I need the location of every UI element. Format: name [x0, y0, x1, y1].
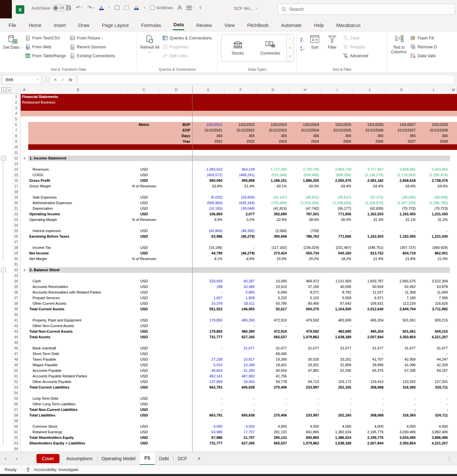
cell-E60[interactable]: 4,000 [193, 424, 222, 429]
cell-L62[interactable]: 3,896,496 [418, 435, 448, 440]
row-label-36[interactable]: Accounts Receivables with Related Partie… [33, 290, 128, 295]
row-unit-29[interactable]: USD [128, 250, 160, 256]
row-label-37[interactable]: Prepaid Services [33, 295, 128, 301]
cell-I50[interactable]: 52,256 [321, 368, 351, 373]
cell-F29[interactable]: (46,279) [225, 250, 255, 256]
cell-G29[interactable]: 273,424 [257, 250, 287, 256]
cell-L30[interactable]: 21.9% [418, 256, 448, 262]
row-header-31[interactable]: 31 [12, 262, 21, 267]
cell-I56[interactable]: - [321, 401, 351, 407]
cell-I22[interactable]: 771,656 [321, 211, 351, 217]
menu-tab-review[interactable]: Review [195, 21, 213, 30]
cell-L35[interactable]: 53,878 [418, 284, 448, 290]
row-header-6[interactable]: 6 [12, 122, 21, 128]
cell-K37[interactable]: 7,180 [386, 295, 416, 301]
cell-I38[interactable]: 87,642 [321, 301, 351, 306]
period-cell[interactable]: 366 [418, 133, 448, 139]
period-cell[interactable]: 1/01/2028 [418, 122, 448, 128]
cell-L15[interactable]: (1,205,474) [418, 172, 448, 178]
period-cell[interactable]: 1/01/2027 [386, 122, 416, 128]
cell-J20[interactable]: (1,318,670) [354, 200, 383, 206]
row-header-42[interactable]: 42 [12, 323, 21, 329]
row-unit-46[interactable]: USD [128, 345, 160, 351]
refresh-all-button[interactable]: Refresh All ∨ [139, 33, 160, 55]
cell-K50[interactable]: 67,336 [386, 368, 416, 373]
row-header-15[interactable]: 15 [12, 172, 21, 178]
cell-J34[interactable]: 1,833,787 [354, 278, 383, 284]
period-cell[interactable]: 1/01/2021 [193, 122, 222, 128]
row-header-24[interactable]: 24 [12, 223, 21, 228]
cell-I44[interactable]: 1,638,189 [321, 334, 351, 340]
row-unit-57[interactable]: USD [128, 407, 160, 413]
cell-E21[interactable]: (10,195) [193, 206, 222, 211]
cell-K30[interactable]: 21.8% [386, 256, 416, 262]
cell-F38[interactable]: 28,511 [225, 301, 255, 306]
cell-J52[interactable]: 129,410 [354, 379, 383, 385]
cell-K15[interactable]: (1,170,363) [386, 172, 416, 178]
cell-K38[interactable]: 113,229 [386, 301, 416, 306]
cell-G57[interactable]: - [257, 407, 287, 413]
menu-tab-help[interactable]: Help [313, 21, 325, 30]
cell-K21[interactable]: (70,723) [386, 206, 416, 211]
row-unit-43[interactable]: USD [128, 329, 160, 334]
cell-H57[interactable]: - [289, 407, 319, 413]
period-cell[interactable]: 2022 [225, 139, 255, 144]
cell-F56[interactable]: - [225, 401, 255, 407]
sheet-tab-dcf[interactable]: DCF [173, 453, 192, 464]
row-label-48[interactable]: Taxes Payable [33, 357, 128, 362]
cell-J25[interactable]: - [354, 228, 383, 234]
cell-K51[interactable]: - [386, 373, 416, 379]
sheet-nav-prev-icon[interactable]: ‹ [0, 455, 11, 462]
cell-F61[interactable]: 17,707 [225, 429, 255, 435]
row-unit-44[interactable]: USD [128, 334, 160, 340]
period-cell[interactable]: 365 [321, 133, 351, 139]
autosave-toggle[interactable]: AutoSave Off [32, 5, 69, 11]
sheet-tab-debt[interactable]: Debt [155, 453, 173, 464]
cell-L17[interactable]: 69.4% [418, 183, 448, 189]
cell-E49[interactable]: 5,910 [193, 362, 222, 368]
row-label-60[interactable]: Common Stock [33, 424, 128, 429]
cell-E26[interactable]: 63,986 [193, 234, 222, 239]
period-cell[interactable]: 365 [354, 133, 383, 139]
cell-G35[interactable]: 23,523 [257, 284, 287, 290]
cell-E22[interactable]: 106,850 [193, 211, 222, 217]
sheet-tab-operating-model[interactable]: Operating Model [97, 453, 140, 464]
name-box[interactable]: B66 ∨ [3, 75, 41, 84]
cell-J29[interactable]: 813,752 [354, 250, 383, 256]
column-header-E[interactable]: E [193, 86, 225, 94]
cell-H34[interactable]: 469,472 [289, 278, 319, 284]
row-header-28[interactable]: 28 [12, 245, 21, 250]
border-draw-icon[interactable] [124, 6, 129, 10]
cell-I57[interactable]: - [321, 407, 351, 413]
cell-E36[interactable]: - [193, 290, 222, 295]
cell-H43[interactable]: 479,592 [289, 329, 319, 334]
row-label-16[interactable]: Gross Profit [29, 178, 128, 183]
period-cell[interactable]: 1/01/2022 [225, 122, 255, 128]
row-label-57[interactable]: Total Non-Current Liabilities [29, 407, 128, 413]
period-cell[interactable]: 31/12/2027 [386, 128, 416, 133]
cell-L29[interactable]: 862,001 [418, 250, 448, 256]
cell-G58[interactable]: 270,406 [257, 413, 287, 418]
cell-G30[interactable]: 15.9% [257, 256, 287, 262]
cell-E39[interactable]: 551,922 [193, 306, 222, 312]
cell-L43[interactable]: 509,215 [418, 329, 448, 334]
row-label-52[interactable]: Other Accounts Payable [33, 379, 128, 385]
row-label-20[interactable]: Administrative Expenses [33, 200, 128, 206]
formula-input[interactable] [78, 75, 454, 84]
menu-tab-home[interactable]: Home [28, 21, 42, 30]
cell-E53[interactable]: 663,791 [193, 385, 222, 390]
cell-H17[interactable]: 69.3% [289, 183, 319, 189]
cancel-icon[interactable]: ✕ [54, 77, 57, 82]
row-header-32[interactable]: 32 [12, 267, 21, 273]
period-cell[interactable]: 365 [386, 133, 416, 139]
cell-I21[interactable]: (55,177) [321, 206, 351, 211]
cell-G63[interactable]: 565,537 [257, 440, 287, 446]
period-cell[interactable]: 31/12/2026 [354, 128, 383, 133]
row-header-7[interactable]: 7 [12, 128, 21, 133]
row-header-9[interactable]: 9 [12, 139, 21, 144]
cell-G62[interactable]: 295,131 [257, 435, 287, 440]
cell-K39[interactable]: 2,849,794 [386, 306, 416, 312]
period-cell[interactable]: 2026 [354, 139, 383, 144]
row-header-3[interactable]: 3 [12, 105, 21, 111]
section-marker[interactable]: x [21, 155, 28, 161]
